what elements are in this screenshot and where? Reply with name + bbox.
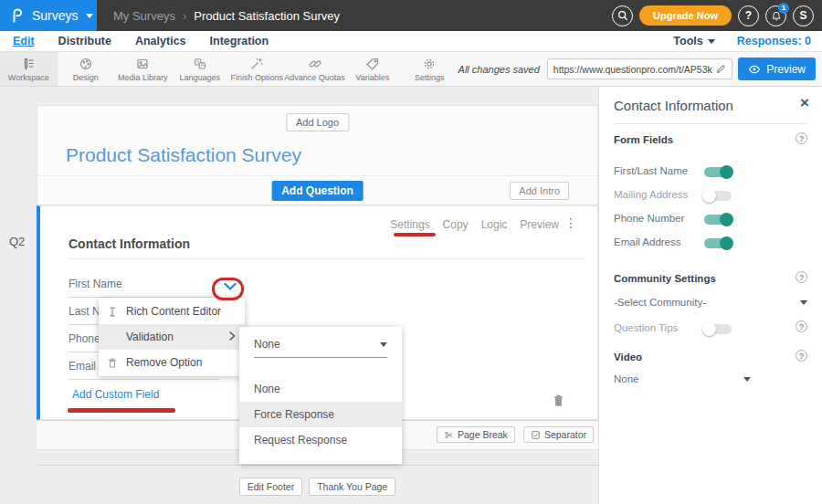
toolbar-media-library[interactable]: Media Library [114, 52, 172, 86]
toolbar-workspace-label: Workspace [8, 73, 49, 82]
breadcrumb-current: Product Satisfaction Survey [194, 9, 340, 23]
menu-item-remove-option[interactable]: Remove Option [99, 350, 245, 375]
add-logo-button[interactable]: Add Logo [286, 113, 349, 131]
edit-footer-button[interactable]: Edit Footer [239, 478, 302, 496]
question-number: Q2 [9, 235, 25, 248]
tab-integration[interactable]: Integration [210, 35, 269, 47]
survey-header-strip: Add Question Add Intro [37, 175, 597, 205]
toggle-knob [702, 322, 716, 336]
add-intro-button[interactable]: Add Intro [510, 182, 569, 200]
tools-menu[interactable]: Tools [673, 35, 714, 47]
menu-item-validation[interactable]: Validation [99, 324, 245, 350]
app-root: Surveys My Surveys › Product Satisfactio… [0, 0, 822, 504]
toolbar-workspace[interactable]: Workspace [0, 52, 58, 86]
add-custom-field-link[interactable]: Add Custom Field [72, 388, 159, 401]
image-icon [135, 57, 150, 71]
chevron-down-icon[interactable] [800, 300, 807, 305]
toggle-first-last-name[interactable] [704, 167, 732, 177]
toggle-mailing-address[interactable] [704, 191, 732, 201]
toolbar-advance-quotas[interactable]: Advance Quotas [286, 52, 344, 86]
preview-button[interactable]: Preview [738, 58, 816, 80]
toolbar-languages-label: Languages [179, 73, 220, 82]
menu-item-label: Validation [126, 331, 174, 343]
product-menu[interactable]: Surveys [0, 0, 97, 31]
breadcrumb: My Surveys › Product Satisfaction Survey [113, 9, 340, 23]
tab-distribute[interactable]: Distribute [58, 35, 111, 47]
validation-select[interactable]: None [254, 338, 387, 358]
page-break-button[interactable]: Page Break [437, 426, 515, 443]
panel-title: Contact Information [614, 98, 733, 113]
avatar-initial: S [799, 9, 806, 22]
validation-options: None Force Response Request Response [239, 376, 402, 453]
save-status: All changes saved [458, 64, 540, 75]
question-title[interactable]: Contact Information [68, 236, 190, 251]
community-select[interactable]: -Select Community- [614, 297, 706, 308]
add-question-button[interactable]: Add Question [271, 181, 364, 201]
upgrade-now-button[interactable]: Upgrade Now [639, 5, 732, 26]
community-settings-help-icon[interactable]: ? [796, 271, 807, 283]
page-break-label: Page Break [458, 429, 508, 440]
tag-icon [365, 57, 380, 71]
chevron-down-icon[interactable] [743, 377, 751, 382]
top-bar: Surveys My Surveys › Product Satisfactio… [0, 0, 822, 31]
option-request-response[interactable]: Request Response [239, 427, 402, 453]
responses-link[interactable]: Responses: 0 [737, 35, 811, 47]
video-help-icon[interactable]: ? [796, 350, 807, 362]
checkbox-icon [531, 430, 541, 440]
toolbar-variables[interactable]: Variables [344, 52, 402, 86]
field-context-menu: Rich Content Editor Validation Remove Op… [99, 298, 245, 376]
search-icon [617, 10, 628, 21]
chevron-down-icon [380, 342, 387, 347]
more-actions-icon[interactable]: ⋮ [564, 215, 577, 230]
tab-analytics[interactable]: Analytics [135, 35, 186, 47]
question-preview-link[interactable]: Preview [520, 218, 559, 231]
scissors-icon [444, 430, 454, 440]
toggle-phone-number[interactable] [704, 215, 732, 225]
translate-icon: xA [193, 57, 207, 71]
menu-item-label: Rich Content Editor [126, 305, 221, 318]
topbar-actions: Upgrade Now ? 1 S [612, 5, 822, 26]
avatar[interactable]: S [793, 5, 814, 26]
pencil-icon[interactable] [716, 64, 726, 74]
delete-question-icon[interactable] [553, 394, 564, 411]
notifications-button[interactable]: 1 [765, 5, 786, 26]
main-area: Add Logo Product Satisfaction Survey Add… [0, 87, 822, 504]
toolbar-finish-options[interactable]: Finish Options [228, 52, 286, 86]
video-select[interactable]: None [614, 373, 639, 384]
field-first-name[interactable]: First Name [68, 270, 219, 298]
survey-url-input[interactable] [553, 64, 712, 75]
questionpro-logo-icon [11, 8, 25, 24]
insert-buttons: Page Break Separator [437, 426, 594, 443]
editor-toolbar: Workspace Design Media Library xA Langua… [0, 52, 822, 87]
question-copy-link[interactable]: Copy [443, 218, 469, 231]
product-menu-label: Surveys [32, 8, 79, 23]
survey-title[interactable]: Product Satisfaction Survey [66, 144, 301, 166]
toggle-knob [702, 189, 716, 203]
toolbar-languages[interactable]: xA Languages [172, 52, 229, 86]
toggle-question-tips[interactable] [704, 324, 732, 334]
video-heading: Video [614, 352, 642, 362]
option-force-response[interactable]: Force Response [239, 402, 402, 427]
notification-badge: 1 [778, 3, 789, 14]
toolbar-design[interactable]: Design [58, 52, 115, 86]
tab-edit[interactable]: Edit [13, 35, 35, 47]
close-icon[interactable]: × [800, 94, 809, 112]
separator-button[interactable]: Separator [523, 426, 594, 443]
survey-url-field[interactable] [547, 58, 732, 79]
option-none[interactable]: None [239, 376, 402, 402]
question-logic-link[interactable]: Logic [481, 218, 508, 231]
menu-item-rich-content-editor[interactable]: Rich Content Editor [99, 299, 245, 324]
form-fields-help-icon[interactable]: ? [796, 132, 807, 144]
toolbar-settings[interactable]: Settings [401, 52, 458, 86]
thank-you-page-button[interactable]: Thank You Page [309, 478, 395, 496]
toggle-label-mailing-address: Mailing Address [614, 189, 688, 200]
search-button[interactable] [612, 5, 633, 26]
toggle-email-address[interactable] [704, 238, 732, 248]
help-button[interactable]: ? [738, 5, 759, 26]
question-settings-panel: Contact Information × Form Fields ? Firs… [598, 87, 822, 504]
toolbar-advance-quotas-label: Advance Quotas [284, 73, 345, 82]
breadcrumb-my-surveys[interactable]: My Surveys [113, 9, 175, 23]
nav-bar: Edit Distribute Analytics Integration To… [0, 31, 822, 52]
question-settings-link[interactable]: Settings [390, 218, 429, 231]
question-tips-help-icon[interactable]: ? [796, 320, 807, 332]
